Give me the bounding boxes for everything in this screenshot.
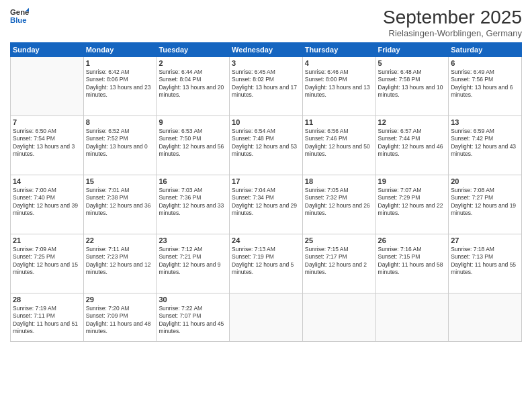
day-content: Sunrise: 7:11 AM Sunset: 7:23 PM Dayligh… [86,246,154,277]
day-number: 7 [13,118,81,126]
calendar-cell: 25Sunrise: 7:15 AM Sunset: 7:17 PM Dayli… [302,234,375,293]
day-number: 3 [232,59,300,67]
calendar-cell [230,293,303,342]
calendar-cell [449,293,522,342]
day-number: 6 [451,59,519,67]
day-number: 19 [378,177,447,185]
day-number: 22 [86,236,154,244]
day-number: 18 [305,177,373,185]
day-content: Sunrise: 7:07 AM Sunset: 7:29 PM Dayligh… [378,187,447,218]
day-header-saturday: Saturday [449,43,522,57]
svg-text:Blue: Blue [10,16,27,24]
calendar-cell: 21Sunrise: 7:09 AM Sunset: 7:25 PM Dayli… [11,234,84,293]
calendar-table: SundayMondayTuesdayWednesdayThursdayFrid… [10,42,522,342]
calendar-cell: 18Sunrise: 7:05 AM Sunset: 7:32 PM Dayli… [302,175,375,234]
calendar-cell: 1Sunrise: 6:42 AM Sunset: 8:06 PM Daylig… [83,57,157,116]
calendar-cell: 13Sunrise: 6:59 AM Sunset: 7:42 PM Dayli… [449,116,522,175]
title-block: September 2025 Rielasingen-Worblingen, G… [383,7,522,38]
calendar-cell: 14Sunrise: 7:00 AM Sunset: 7:40 PM Dayli… [11,175,84,234]
calendar-cell: 16Sunrise: 7:03 AM Sunset: 7:36 PM Dayli… [157,175,230,234]
day-content: Sunrise: 6:46 AM Sunset: 8:00 PM Dayligh… [305,68,373,99]
day-content: Sunrise: 6:54 AM Sunset: 7:48 PM Dayligh… [232,128,300,158]
week-row-1: 7Sunrise: 6:50 AM Sunset: 7:54 PM Daylig… [11,116,522,175]
calendar-cell [11,57,84,116]
day-content: Sunrise: 7:18 AM Sunset: 7:13 PM Dayligh… [451,246,519,277]
calendar-cell: 24Sunrise: 7:13 AM Sunset: 7:19 PM Dayli… [230,234,303,293]
calendar-cell: 26Sunrise: 7:16 AM Sunset: 7:15 PM Dayli… [375,234,449,293]
day-number: 25 [305,236,373,244]
day-number: 5 [378,59,447,67]
day-content: Sunrise: 6:42 AM Sunset: 8:06 PM Dayligh… [86,68,154,99]
header-row: SundayMondayTuesdayWednesdayThursdayFrid… [11,43,522,57]
month-title: September 2025 [383,7,522,28]
day-header-tuesday: Tuesday [157,43,230,57]
calendar-cell: 30Sunrise: 7:22 AM Sunset: 7:07 PM Dayli… [157,293,230,342]
header: General Blue September 2025 Rielasingen-… [10,7,522,38]
calendar-cell: 15Sunrise: 7:01 AM Sunset: 7:38 PM Dayli… [83,175,157,234]
day-content: Sunrise: 7:04 AM Sunset: 7:34 PM Dayligh… [232,187,300,218]
day-number: 24 [232,236,300,244]
day-number: 28 [13,295,81,304]
day-number: 10 [232,118,300,126]
day-content: Sunrise: 6:45 AM Sunset: 8:02 PM Dayligh… [232,68,300,99]
calendar-cell: 27Sunrise: 7:18 AM Sunset: 7:13 PM Dayli… [449,234,522,293]
day-content: Sunrise: 7:22 AM Sunset: 7:07 PM Dayligh… [159,305,227,336]
day-number: 14 [13,177,81,185]
day-content: Sunrise: 7:03 AM Sunset: 7:36 PM Dayligh… [159,187,227,218]
day-number: 9 [159,118,227,126]
day-content: Sunrise: 6:48 AM Sunset: 7:58 PM Dayligh… [378,68,447,99]
svg-text:General: General [10,8,29,16]
day-header-wednesday: Wednesday [230,43,303,57]
logo: General Blue [10,7,29,26]
day-content: Sunrise: 7:01 AM Sunset: 7:38 PM Dayligh… [86,187,154,218]
day-number: 15 [86,177,154,185]
calendar-cell: 7Sunrise: 6:50 AM Sunset: 7:54 PM Daylig… [11,116,84,175]
calendar-cell: 19Sunrise: 7:07 AM Sunset: 7:29 PM Dayli… [375,175,449,234]
day-content: Sunrise: 7:05 AM Sunset: 7:32 PM Dayligh… [305,187,373,218]
day-header-monday: Monday [83,43,157,57]
day-number: 30 [159,295,227,304]
calendar-cell: 8Sunrise: 6:52 AM Sunset: 7:52 PM Daylig… [83,116,157,175]
calendar-cell: 10Sunrise: 6:54 AM Sunset: 7:48 PM Dayli… [230,116,303,175]
day-content: Sunrise: 7:00 AM Sunset: 7:40 PM Dayligh… [13,187,81,218]
week-row-0: 1Sunrise: 6:42 AM Sunset: 8:06 PM Daylig… [11,57,522,116]
day-content: Sunrise: 6:57 AM Sunset: 7:44 PM Dayligh… [378,128,447,158]
day-content: Sunrise: 7:12 AM Sunset: 7:21 PM Dayligh… [159,246,227,277]
day-content: Sunrise: 6:52 AM Sunset: 7:52 PM Dayligh… [86,128,154,158]
calendar-cell: 23Sunrise: 7:12 AM Sunset: 7:21 PM Dayli… [157,234,230,293]
calendar-cell: 5Sunrise: 6:48 AM Sunset: 7:58 PM Daylig… [375,57,449,116]
day-header-friday: Friday [375,43,449,57]
day-content: Sunrise: 7:08 AM Sunset: 7:27 PM Dayligh… [451,187,519,218]
location-subtitle: Rielasingen-Worblingen, Germany [383,28,522,38]
calendar-cell: 17Sunrise: 7:04 AM Sunset: 7:34 PM Dayli… [230,175,303,234]
day-number: 26 [378,236,447,244]
day-content: Sunrise: 6:49 AM Sunset: 7:56 PM Dayligh… [451,68,519,99]
day-number: 4 [305,59,373,67]
day-number: 23 [159,236,227,244]
day-number: 16 [159,177,227,185]
calendar-cell: 28Sunrise: 7:19 AM Sunset: 7:11 PM Dayli… [11,293,84,342]
logo-icon: General Blue [10,7,29,26]
day-content: Sunrise: 7:19 AM Sunset: 7:11 PM Dayligh… [13,305,81,336]
calendar-cell: 2Sunrise: 6:44 AM Sunset: 8:04 PM Daylig… [157,57,230,116]
day-number: 21 [13,236,81,244]
day-header-thursday: Thursday [302,43,375,57]
day-number: 20 [451,177,519,185]
day-number: 2 [159,59,227,67]
day-content: Sunrise: 6:53 AM Sunset: 7:50 PM Dayligh… [159,128,227,158]
calendar-cell: 12Sunrise: 6:57 AM Sunset: 7:44 PM Dayli… [375,116,449,175]
day-header-sunday: Sunday [11,43,84,57]
calendar-cell: 20Sunrise: 7:08 AM Sunset: 7:27 PM Dayli… [449,175,522,234]
day-number: 29 [86,295,154,304]
day-content: Sunrise: 7:16 AM Sunset: 7:15 PM Dayligh… [378,246,447,277]
calendar-cell: 29Sunrise: 7:20 AM Sunset: 7:09 PM Dayli… [83,293,157,342]
calendar-cell: 9Sunrise: 6:53 AM Sunset: 7:50 PM Daylig… [157,116,230,175]
day-number: 27 [451,236,519,244]
day-content: Sunrise: 6:56 AM Sunset: 7:46 PM Dayligh… [305,128,373,158]
day-content: Sunrise: 7:09 AM Sunset: 7:25 PM Dayligh… [13,246,81,277]
calendar-cell [375,293,449,342]
day-number: 8 [86,118,154,126]
calendar-cell: 4Sunrise: 6:46 AM Sunset: 8:00 PM Daylig… [302,57,375,116]
week-row-4: 28Sunrise: 7:19 AM Sunset: 7:11 PM Dayli… [11,293,522,342]
day-content: Sunrise: 7:15 AM Sunset: 7:17 PM Dayligh… [305,246,373,277]
